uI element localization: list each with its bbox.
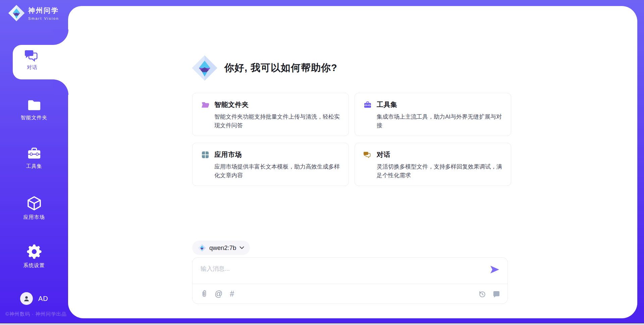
brand-logo: 神州问学 Smart Vision (8, 5, 59, 21)
gear-icon (26, 244, 42, 260)
user-account[interactable]: AD (20, 292, 48, 305)
toolbox-icon (364, 101, 372, 109)
at-icon: @ (215, 290, 222, 298)
sidebar-item-label: 对话 (27, 64, 38, 71)
paperclip-icon (201, 289, 207, 298)
person-icon (23, 295, 30, 302)
folder-open-icon (201, 101, 209, 109)
history-button[interactable] (478, 290, 486, 298)
greeting-block: 你好, 我可以如何帮助你? (192, 55, 337, 81)
card-chat[interactable]: 对话 灵活切换多模型文件，支持多样回复效果调试，满足个性化需求 (355, 143, 511, 186)
card-smart-folder[interactable]: 智能文件夹 智能文件夹功能支持批量文件上传与清洗，轻松实现文件问答 (192, 93, 349, 136)
card-description: 集成市场上主流工具，助力AI与外界无缝扩展与对接 (377, 113, 505, 130)
card-toolset[interactable]: 工具集 集成市场上主流工具，助力AI与外界无缝扩展与对接 (355, 93, 511, 136)
mention-button[interactable]: @ (215, 290, 222, 298)
sidebar-item-label: 系统设置 (23, 262, 45, 269)
cube-icon (26, 195, 42, 211)
brand-subtitle: Smart Vision (28, 16, 59, 20)
hash-icon: # (230, 290, 234, 298)
model-selector[interactable]: qwen2:7b (192, 241, 250, 255)
sidebar-item-smart-folder[interactable]: 智能文件夹 (0, 99, 68, 121)
brand-diamond-icon (8, 5, 25, 21)
card-description: 灵活切换多模型文件，支持多样回复效果调试，满足个性化需求 (377, 162, 505, 180)
card-title: 应用市场 (214, 150, 242, 159)
feature-cards: 智能文件夹 智能文件夹功能支持批量文件上传与清洗，轻松实现文件问答 工具集 集成… (192, 93, 511, 186)
card-description: 应用市场提供丰富长文本模板，助力高效生成多样化文章内容 (214, 162, 342, 180)
card-title: 对话 (377, 150, 390, 159)
chat-bubbles-icon (25, 49, 40, 62)
folder-icon (26, 99, 42, 112)
sidebar-item-label: 智能文件夹 (21, 115, 48, 121)
attach-button[interactable] (201, 289, 207, 298)
model-name: qwen2:7b (209, 244, 236, 252)
toolbox-icon (26, 146, 42, 160)
brand-name: 神州问学 (28, 6, 59, 15)
sidebar-item-label: 应用市场 (23, 214, 45, 220)
history-icon (478, 290, 486, 298)
window-bottom-strip (0, 323, 644, 325)
avatar (20, 292, 33, 305)
card-app-market[interactable]: 应用市场 应用市场提供丰富长文本模板，助力高效生成多样化文章内容 (192, 143, 349, 186)
app-screen: 你好, 我可以如何帮助你? 智能文件夹 智能文件夹功能支持批量文件上传与清洗，轻… (0, 0, 644, 325)
send-icon (490, 265, 500, 274)
card-title: 智能文件夹 (214, 100, 249, 109)
model-diamond-icon (198, 244, 206, 252)
topic-button[interactable]: # (230, 290, 234, 298)
card-description: 智能文件夹功能支持批量文件上传与清洗，轻松实现文件问答 (214, 113, 342, 130)
brand-diamond-icon (192, 55, 218, 81)
app-grid-icon (201, 151, 209, 159)
chevron-down-icon (239, 246, 244, 249)
composer-toolbar: @ # (201, 284, 500, 304)
chat-square-icon (492, 290, 500, 298)
message-input[interactable] (201, 264, 482, 274)
sidebar-item-label: 工具集 (26, 163, 42, 170)
sidebar-item-toolset[interactable]: 工具集 (0, 146, 68, 170)
greeting-title: 你好, 我可以如何帮助你? (224, 61, 337, 75)
feedback-button[interactable] (492, 290, 500, 298)
send-button[interactable] (489, 265, 500, 274)
sidebar-item-chat[interactable]: 对话 (13, 45, 70, 79)
message-composer: @ # (192, 257, 508, 304)
copyright-text: ©神州数码 · 神州问学出品 (5, 311, 67, 317)
user-name: AD (38, 295, 48, 303)
main-panel: 你好, 我可以如何帮助你? 智能文件夹 智能文件夹功能支持批量文件上传与清洗，轻… (68, 6, 637, 318)
sidebar-item-settings[interactable]: 系统设置 (0, 244, 68, 269)
card-title: 工具集 (377, 100, 397, 109)
chat-bubbles-icon (364, 151, 372, 159)
sidebar-item-app-market[interactable]: 应用市场 (0, 195, 68, 220)
